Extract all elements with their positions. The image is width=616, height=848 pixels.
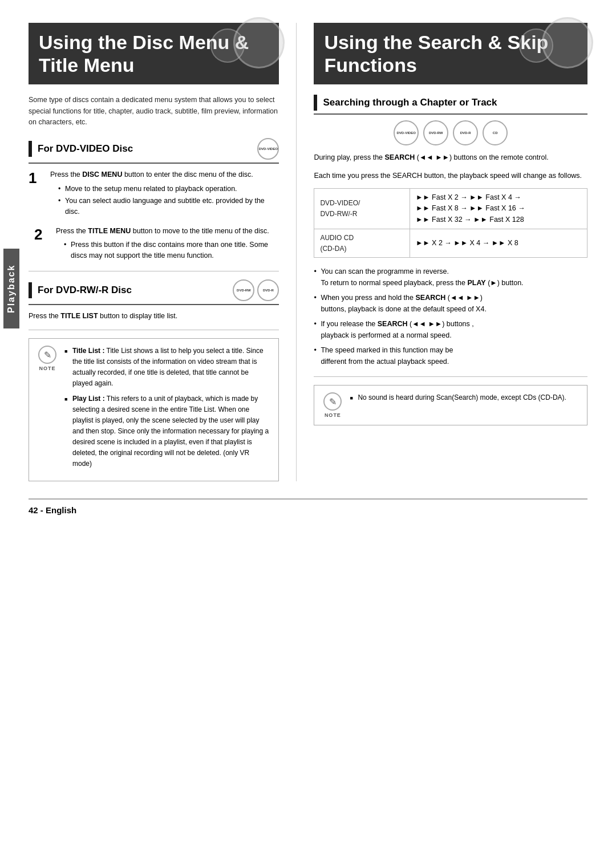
right-title-line2: Functions [324, 54, 416, 76]
step2-bold: TITLE MENU [88, 227, 131, 235]
step-2: 2 Press the TITLE MENU button to move to… [34, 226, 279, 263]
main-columns: Using the Disc Menu & Title Menu Some ty… [29, 23, 587, 481]
left-title-banner: Using the Disc Menu & Title Menu [29, 23, 279, 84]
divider-2 [29, 330, 279, 330]
blue-bar-2 [29, 282, 32, 298]
note-list-right: No sound is heard during Scan(Search) mo… [350, 392, 579, 403]
divider-1 [29, 271, 279, 271]
search-dvd-r-icon: DVD-R [453, 120, 478, 145]
note-label-right: NOTE [325, 412, 341, 418]
search-table: DVD-VIDEO/DVD-RW/-R ►► Fast X 2 → ►► Fas… [314, 188, 587, 258]
dvd-r-icon: DVD-R [257, 279, 279, 301]
step-number-2: 2 [34, 227, 50, 242]
note-content-right: No sound is heard during Scan(Search) mo… [350, 392, 579, 408]
right-title-line1: Using the Search & Skip [324, 31, 548, 53]
right-note-box: ✎ NOTE No sound is heard during Scan(Sea… [314, 385, 587, 425]
note-icon-wrap-left: ✎ NOTE [37, 346, 58, 371]
note-icon-wrap-right: ✎ NOTE [322, 392, 343, 418]
search-title: Searching through a Chapter or Track [323, 97, 587, 108]
step2-text: Press the TITLE MENU button to move to t… [56, 227, 269, 235]
right-title-deco2 [519, 29, 553, 63]
title-deco-circle2 [210, 29, 245, 63]
left-note-box: ✎ NOTE Title List : Title List shows a l… [29, 338, 279, 481]
dvd-rw-icons: DVD-RW DVD-R [233, 279, 279, 301]
dvd-rw-section: For DVD-RW/-R Disc DVD-RW DVD-R Press th… [29, 279, 279, 322]
search-header: Searching through a Chapter or Track [314, 95, 587, 115]
step1-bullets: Move to the setup menu related to playba… [50, 184, 279, 217]
step1-bullet-2: You can select audio language and subtit… [58, 196, 279, 217]
dvd-video-icon-wrap: DVD-VIDEO [257, 138, 279, 160]
search-bullet-2: When you press and hold the SEARCH (◄◄ ►… [314, 292, 587, 315]
dvd-video-section: For DVD-VIDEO Disc DVD-VIDEO 1 Press the… [29, 138, 279, 263]
search-table-body: DVD-VIDEO/DVD-RW/-R ►► Fast X 2 → ►► Fas… [314, 188, 587, 257]
search-disc-icons: DVD-VIDEO DVD-RW DVD-R CD [314, 120, 587, 145]
search-cd-icon: CD [483, 120, 508, 145]
dvd-video-disc-icon: DVD-VIDEO [257, 138, 279, 160]
td-values-2: ►► X 2 → ►► X 4 → ►► X 8 [410, 229, 587, 258]
right-column: Using the Search & Skip Functions Search… [297, 23, 587, 481]
dvd-video-header: For DVD-VIDEO Disc DVD-VIDEO [29, 138, 279, 164]
td-label-2: AUDIO CD(CD-DA) [314, 229, 410, 258]
search-intro-1: During play, press the SEARCH (◄◄ ►►) bu… [314, 152, 587, 163]
search-section: Searching through a Chapter or Track DVD… [314, 95, 587, 367]
search-table-row-2: AUDIO CD(CD-DA) ►► X 2 → ►► X 4 → ►► X 8 [314, 229, 587, 258]
note-icon-right: ✎ [323, 392, 342, 411]
search-bullet-1: You can scan the programme in reverse.To… [314, 266, 587, 289]
step-1: 1 Press the DISC MENU button to enter th… [29, 169, 279, 219]
page-footer: 42 - English [29, 498, 587, 515]
blue-bar-1 [29, 141, 32, 157]
step2-bullet-1: Press this button if the disc contains m… [64, 240, 279, 261]
step-2-content: Press the TITLE MENU button to move to t… [56, 226, 279, 263]
search-dvd-rw-icon: DVD-RW [423, 120, 448, 145]
step-number-1: 1 [29, 171, 44, 185]
dvd-video-title: For DVD-VIDEO Disc [38, 143, 257, 155]
search-bullet-3: If you release the SEARCH (◄◄ ►►) button… [314, 318, 587, 341]
search-intro-2: Each time you press the SEARCH button, t… [314, 171, 587, 181]
dvd-rw-title: For DVD-RW/-R Disc [38, 285, 233, 296]
search-dvd-video-icon: DVD-VIDEO [394, 120, 419, 145]
note-item-2: Play List : This refers to a unit of pla… [64, 393, 270, 469]
title-list-bold: TITLE LIST [60, 312, 98, 320]
right-note-item-1: No sound is heard during Scan(Search) mo… [350, 392, 579, 403]
note-item-1: Title List : Title List shows a list to … [64, 346, 270, 389]
search-bullet-4: The speed marked in this function may be… [314, 344, 587, 367]
step-1-content: Press the DISC MENU button to enter the … [50, 169, 279, 219]
note-icon-left: ✎ [38, 346, 56, 364]
note-label-left: NOTE [39, 366, 55, 371]
search-table-row-1: DVD-VIDEO/DVD-RW/-R ►► Fast X 2 → ►► Fas… [314, 188, 587, 229]
dvd-rw-header: For DVD-RW/-R Disc DVD-RW DVD-R [29, 279, 279, 305]
td-values-1: ►► Fast X 2 → ►► Fast X 4 →►► Fast X 8 →… [410, 188, 587, 229]
page-container: Using the Disc Menu & Title Menu Some ty… [29, 23, 587, 515]
left-intro: Some type of discs contain a dedicated m… [29, 95, 279, 128]
step2-bullets: Press this button if the disc contains m… [56, 240, 279, 261]
step1-bullet-1: Move to the setup menu related to playba… [58, 184, 279, 194]
playback-area: Playback 2 Press the TITLE MENU button t… [29, 226, 279, 263]
note-content-left: Title List : Title List shows a list to … [64, 346, 270, 473]
right-title-banner: Using the Search & Skip Functions [314, 23, 587, 84]
step1-bold: DISC MENU [82, 171, 122, 178]
note-list-left: Title List : Title List shows a list to … [64, 346, 270, 469]
playback-tab: Playback [3, 249, 19, 328]
page-number: 42 - English [29, 505, 76, 515]
left-column: Using the Disc Menu & Title Menu Some ty… [29, 23, 297, 481]
step1-text: Press the DISC MENU button to enter the … [50, 171, 253, 178]
dvd-rw-press-text: Press the TITLE LIST button to display t… [29, 311, 279, 322]
left-title-line2: Title Menu [39, 54, 135, 76]
td-label-1: DVD-VIDEO/DVD-RW/-R [314, 188, 410, 229]
dvd-rw-icon: DVD-RW [233, 279, 254, 301]
right-divider [314, 376, 587, 377]
blue-bar-3 [314, 95, 317, 111]
